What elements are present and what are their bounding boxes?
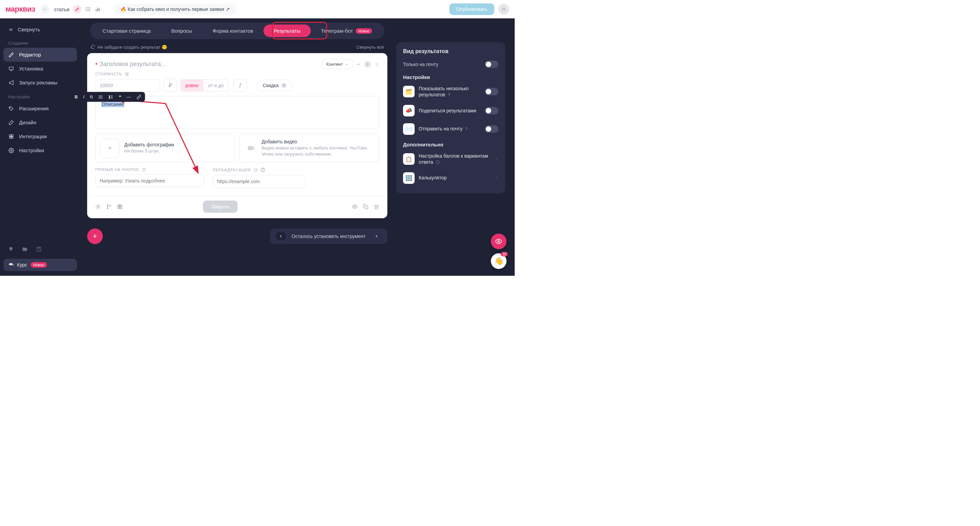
svg-rect-6 (95, 9, 97, 11)
show-multiple-label: Показывать несколько результатов (419, 86, 469, 97)
photos-subtitle: Не более 5 штук. (124, 148, 174, 154)
monitor-icon (8, 66, 14, 72)
lightbulb-icon[interactable] (8, 247, 14, 252)
back-button[interactable]: ← (40, 5, 49, 14)
cost-mode-toggle: ровно от и до (180, 79, 229, 92)
tab-telegram-bot[interactable]: Телеграм-бот Новое (311, 24, 382, 37)
sidebar-item-label: Расширения (19, 105, 49, 112)
help-icon[interactable]: ? (465, 127, 468, 131)
svg-rect-51 (365, 206, 368, 209)
extra-heading: Дополнительно (403, 142, 498, 147)
puzzle-icon (8, 134, 14, 139)
chevron-right-icon (494, 176, 498, 180)
sidebar-item-settings[interactable]: Настройки (3, 143, 77, 157)
mail-icon: ✉️ (403, 123, 415, 135)
bold-button[interactable]: B (73, 94, 79, 100)
grid-icon[interactable] (117, 204, 123, 209)
sidebar-item-install[interactable]: Установка (3, 62, 77, 76)
help-icon[interactable]: ? (448, 92, 450, 97)
preview-float-button[interactable] (491, 234, 506, 249)
italic-button[interactable]: I (82, 94, 86, 100)
svg-rect-15 (10, 137, 11, 138)
svg-point-34 (376, 64, 377, 65)
stats-icon[interactable] (95, 6, 101, 12)
copy-icon[interactable] (363, 204, 368, 209)
trash-icon[interactable] (125, 72, 129, 76)
cost-input[interactable] (95, 79, 160, 92)
help-icon[interactable] (36, 247, 41, 252)
calculator-row[interactable]: 🔢 Калькулятор (403, 169, 498, 187)
hr-button[interactable]: — (126, 94, 132, 100)
folder-plus-icon[interactable] (22, 247, 28, 252)
eye-icon[interactable] (352, 204, 357, 209)
svg-point-44 (107, 208, 108, 209)
help-icon[interactable] (260, 167, 265, 172)
tab-contact-form[interactable]: Форма контактов (202, 24, 264, 37)
svg-point-23 (99, 95, 99, 96)
info-icon: ⓘ (436, 160, 440, 165)
promo-banner[interactable]: 🔥 Как собрать квиз и получить первые зая… (115, 4, 235, 14)
course-button[interactable]: Курс Новая (3, 259, 77, 271)
svg-point-32 (376, 63, 377, 63)
gear-icon[interactable] (95, 204, 101, 209)
prev-step-button[interactable] (276, 232, 286, 241)
rich-text-toolbar: B I S 123 ❝ — (71, 92, 145, 102)
scores-settings-row[interactable]: 📋 Настройка баллов к вариантам ответа ⓘ (403, 150, 498, 169)
sidebar-item-extensions[interactable]: Расширения (3, 102, 77, 115)
new-badge: Новая (31, 262, 47, 268)
quote-button[interactable]: ❝ (118, 94, 122, 100)
show-multiple-toggle[interactable] (485, 88, 498, 95)
sidebar-item-editor[interactable]: Редактор (3, 48, 77, 62)
tab-results[interactable]: Результаты (264, 24, 311, 37)
result-title-input[interactable]: • Заголовок результата... (95, 61, 318, 68)
email-only-toggle[interactable] (485, 61, 498, 68)
tab-label: Телеграм-бот (321, 28, 353, 34)
svg-point-41 (262, 171, 263, 171)
sidebar-item-ads[interactable]: Запуск рекламы (3, 76, 77, 89)
add-photos-box[interactable]: + Добавить фотографии Не более 5 штук. (95, 134, 235, 163)
currency-select[interactable]: ₽ (163, 79, 177, 92)
bullet-list-button[interactable] (97, 94, 104, 100)
svg-marker-39 (253, 147, 254, 150)
content-dropdown[interactable]: Контент (322, 59, 353, 69)
svg-rect-49 (120, 207, 122, 209)
collapse-sidebar[interactable]: Свернуть (3, 23, 77, 36)
collapse-all-button[interactable]: Свернуть всё (356, 45, 384, 50)
sidebar-item-integrations[interactable]: Интеграции (3, 129, 77, 143)
chevron-down-icon[interactable] (356, 62, 361, 67)
publish-button[interactable]: Опубликовать (449, 3, 494, 15)
svg-text:3: 3 (109, 97, 110, 99)
brush-icon (8, 120, 14, 125)
redirect-input[interactable] (213, 175, 305, 188)
strike-button[interactable]: S (89, 94, 94, 100)
send-email-toggle[interactable] (485, 125, 498, 133)
tab-start-page[interactable]: Стартовая страница (92, 24, 161, 37)
svg-rect-8 (99, 8, 100, 11)
edit-icon[interactable] (73, 5, 82, 14)
discount-button[interactable]: Скидка + (257, 80, 293, 91)
add-video-box[interactable]: Добавить видео Видео можно вставить с лю… (240, 134, 379, 163)
svg-point-42 (97, 206, 99, 207)
formula-button[interactable]: ƒ (234, 79, 247, 92)
cta-input[interactable] (95, 174, 205, 187)
avatar[interactable]: Н (498, 4, 509, 14)
branch-icon[interactable] (106, 204, 111, 209)
trash-icon[interactable] (374, 204, 379, 209)
list-icon[interactable] (85, 6, 91, 12)
support-float-button[interactable]: 👋 10 (491, 253, 506, 269)
close-button[interactable]: Закрыть (203, 201, 238, 213)
next-step-button[interactable] (372, 232, 381, 241)
tab-questions[interactable]: Вопросы (161, 24, 202, 37)
drag-handle-icon[interactable] (374, 62, 379, 67)
add-result-button[interactable]: + (87, 228, 103, 244)
trash-icon[interactable] (254, 168, 258, 172)
trash-icon[interactable] (142, 167, 146, 172)
svg-rect-46 (118, 205, 119, 206)
sidebar-item-label: Настройки (19, 147, 44, 153)
sidebar-item-design[interactable]: Дизайн (3, 115, 77, 129)
share-toggle[interactable] (485, 107, 498, 115)
ordered-list-button[interactable]: 123 (108, 94, 115, 100)
cost-mode-range[interactable]: от и до (204, 80, 228, 91)
cost-mode-exact[interactable]: ровно (181, 80, 204, 91)
link-button[interactable] (135, 94, 142, 100)
